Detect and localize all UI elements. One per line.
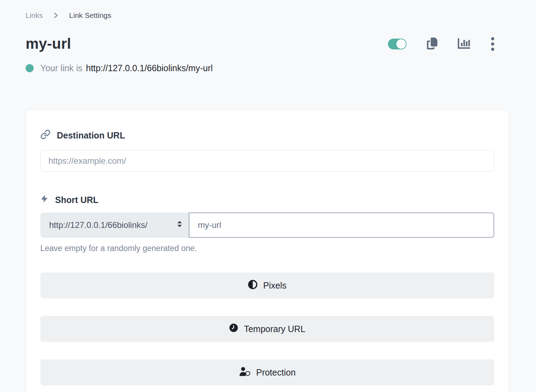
more-options-button[interactable]	[490, 36, 495, 52]
chart-bar-icon	[458, 38, 470, 50]
status-url: http://127.0.0.1/66biolinks/my-url	[86, 63, 213, 73]
statistics-button[interactable]	[458, 38, 470, 50]
clock-icon	[229, 323, 238, 334]
short-url-slug-input[interactable]	[189, 212, 494, 238]
user-shield-icon	[239, 367, 250, 378]
breadcrumb-link-settings: Link Settings	[69, 11, 111, 20]
pixels-button-label: Pixels	[263, 281, 287, 291]
short-url-label-row: Short URL	[40, 194, 494, 206]
protection-section-button[interactable]: Protection	[40, 359, 494, 385]
short-url-label: Short URL	[55, 195, 99, 205]
status-prefix: Your link is	[40, 63, 82, 73]
destination-url-label: Destination URL	[57, 130, 125, 141]
page-header: my-url	[26, 35, 509, 52]
pixels-section-button[interactable]: Pixels	[40, 272, 494, 298]
link-settings-card: Destination URL Short URL http://127.0.0…	[26, 110, 509, 392]
kebab-menu-icon	[491, 37, 494, 51]
short-url-domain-value: http://127.0.0.1/66biolinks/	[49, 220, 147, 230]
header-actions	[388, 36, 509, 52]
protection-button-label: Protection	[256, 367, 296, 378]
sort-icon	[176, 220, 183, 230]
destination-url-input[interactable]	[40, 150, 494, 172]
chevron-right-icon	[54, 12, 58, 19]
status-dot	[26, 64, 34, 72]
short-url-row: http://127.0.0.1/66biolinks/	[40, 212, 494, 238]
breadcrumb-links[interactable]: Links	[26, 11, 43, 20]
section-buttons: Pixels Temporary URL	[40, 272, 494, 385]
link-status: Your link is http://127.0.0.1/66biolinks…	[26, 63, 509, 73]
temporary-url-section-button[interactable]: Temporary URL	[40, 316, 494, 342]
destination-url-label-row: Destination URL	[40, 129, 494, 142]
copy-icon	[427, 38, 437, 50]
breadcrumb: Links Link Settings	[26, 11, 509, 20]
short-url-domain-select[interactable]: http://127.0.0.1/66biolinks/	[40, 212, 189, 238]
adjust-icon	[248, 280, 257, 291]
toggle-knob	[396, 39, 406, 49]
link-icon	[40, 129, 51, 142]
link-enabled-toggle[interactable]	[388, 39, 407, 49]
copy-link-button[interactable]	[427, 38, 437, 50]
temporary-url-button-label: Temporary URL	[244, 324, 305, 334]
bolt-icon	[40, 194, 49, 206]
page: Links Link Settings my-url	[0, 0, 536, 392]
short-url-help-text: Leave empty for a randomly generated one…	[40, 244, 494, 253]
page-title: my-url	[26, 35, 71, 52]
